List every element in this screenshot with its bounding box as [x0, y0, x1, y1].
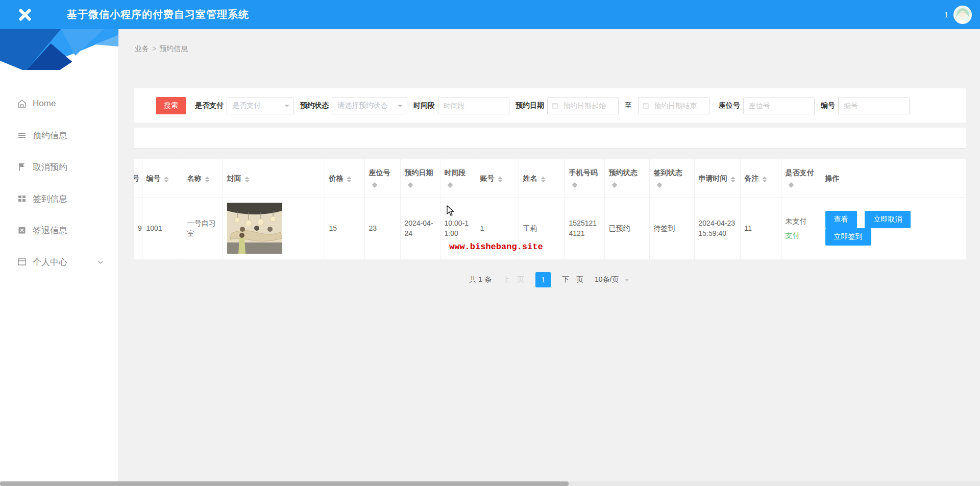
code-input[interactable]	[838, 97, 910, 114]
sort-caret-icon	[205, 175, 210, 183]
pay-filter-label: 是否支付	[195, 101, 224, 110]
sort-caret-icon	[498, 175, 503, 183]
column-timeslot[interactable]: 时间段	[440, 159, 476, 197]
breadcrumb-separator: >	[152, 44, 156, 53]
checkin-now-button[interactable]: 立即签到	[825, 228, 871, 246]
study-room-photo[interactable]	[227, 203, 282, 254]
sidebar-item-checkin[interactable]: 签到信息	[0, 183, 118, 214]
calendar-icon	[552, 103, 558, 109]
sort-caret-icon	[347, 175, 352, 183]
column-remark[interactable]: 备注	[740, 159, 781, 197]
cell-cover	[223, 197, 325, 259]
list-icon	[17, 130, 27, 140]
current-page-button[interactable]: 1	[535, 272, 551, 287]
sidebar-item-label: 签退信息	[33, 225, 67, 236]
sort-caret-icon	[244, 175, 250, 183]
timeslot-input[interactable]	[438, 97, 509, 114]
breadcrumb: 业务>预约信息	[134, 29, 966, 55]
column-checkin-status[interactable]: 签到状态	[649, 159, 694, 197]
cell-reserve-status: 已预约	[604, 197, 649, 259]
cell-actions: 查看 立即取消 立即签到	[821, 197, 966, 259]
date-start-input[interactable]	[547, 97, 619, 114]
column-reserve-status[interactable]: 预约状态	[604, 159, 649, 197]
code-filter-label: 编号	[821, 101, 835, 110]
sort-caret-icon	[372, 180, 377, 188]
user-avatar[interactable]	[953, 6, 972, 24]
pagination: 共 1 条 上一页 1 下一页 10条/页	[134, 272, 966, 287]
cell-person: 王莉	[519, 197, 565, 259]
column-actions: 操作	[821, 159, 966, 197]
calendar-icon	[643, 103, 649, 109]
notification-count: 1	[944, 10, 948, 19]
sidebar-item-label: 签到信息	[33, 193, 67, 205]
horizontal-scrollbar-thumb[interactable]	[0, 481, 569, 486]
column-pay-status[interactable]: 是否支付	[781, 159, 821, 197]
cell-clipped: 9	[134, 197, 142, 259]
date-filter-label: 预约日期	[516, 101, 544, 110]
sort-caret-icon	[730, 175, 736, 183]
sidebar-item-checkout[interactable]: 签退信息	[0, 214, 118, 246]
filter-bar: 搜索 是否支付 是否支付 预约状态 请选择预约状态 时间段 预约日期 至 座位号…	[134, 88, 966, 123]
date-end-input[interactable]	[638, 97, 709, 114]
flag-icon	[17, 162, 27, 172]
column-account[interactable]: 账号	[476, 159, 519, 197]
table-row: 9 1001 一号自习室	[134, 197, 966, 259]
column-name[interactable]: 名称	[183, 159, 223, 197]
x-logo-icon	[18, 8, 31, 21]
cell-code: 1001	[142, 197, 183, 259]
status-filter-label: 预约状态	[300, 101, 329, 110]
seat-input[interactable]	[743, 97, 815, 114]
pay-link[interactable]: 支付	[786, 230, 800, 240]
sort-caret-icon	[164, 175, 169, 183]
column-date[interactable]: 预约日期	[400, 159, 440, 197]
pay-status-text: 未支付	[786, 216, 817, 226]
cell-remark: 11	[740, 197, 781, 259]
sidebar-item-home[interactable]: Home	[0, 88, 118, 119]
page-size-value: 10条/页	[595, 275, 619, 283]
column-cover[interactable]: 封面	[223, 159, 325, 197]
prev-page-button[interactable]: 上一页	[503, 275, 524, 284]
sidebar-item-label: Home	[33, 99, 56, 109]
breadcrumb-section[interactable]: 业务	[135, 44, 149, 53]
column-clipped[interactable]: 号	[134, 159, 142, 197]
column-person[interactable]: 姓名	[519, 159, 565, 197]
pay-select[interactable]: 是否支付	[227, 97, 294, 114]
date-end-field	[638, 97, 709, 114]
menu-toggle-button[interactable]	[0, 0, 48, 29]
sort-caret-icon	[572, 180, 577, 188]
checkout-icon	[17, 225, 27, 235]
select-caret-icon	[624, 279, 629, 284]
column-price[interactable]: 价格	[325, 159, 364, 197]
cancel-now-button[interactable]: 立即取消	[865, 211, 911, 228]
sidebar-item-cancel-reservation[interactable]: 取消预约	[0, 151, 118, 183]
cell-apply-time: 2024-04-23 15:59:40	[694, 197, 740, 259]
sidebar-item-profile[interactable]: 个人中心	[0, 246, 118, 278]
search-button[interactable]: 搜索	[156, 97, 186, 114]
pagination-total: 共 1 条	[469, 275, 492, 284]
next-page-button[interactable]: 下一页	[562, 275, 583, 284]
sidebar-item-label: 预约信息	[33, 130, 67, 141]
seat-filter-label: 座位号	[719, 101, 740, 110]
grid-icon	[17, 193, 27, 204]
select-caret-icon	[398, 105, 403, 110]
home-icon	[17, 99, 27, 109]
status-select[interactable]: 请选择预约状态	[332, 97, 407, 114]
column-apply-time[interactable]: 申请时间	[694, 159, 740, 197]
column-seat[interactable]: 座位号	[364, 159, 400, 197]
cell-account: 1	[476, 197, 519, 259]
sidebar-item-reservations[interactable]: 预约信息	[0, 119, 118, 151]
sidebar-item-label: 取消预约	[33, 161, 67, 173]
column-code[interactable]: 编号	[142, 159, 183, 197]
sidebar-decoration	[0, 29, 118, 70]
view-button[interactable]: 查看	[825, 211, 857, 228]
column-phone[interactable]: 手机号码	[565, 159, 604, 197]
cell-price: 15	[325, 197, 364, 259]
table-toolbar	[134, 128, 966, 149]
breadcrumb-page: 预约信息	[159, 44, 188, 53]
select-caret-icon	[284, 105, 289, 110]
cell-pay-status: 未支付 支付	[781, 197, 821, 259]
cell-phone: 15251214121	[565, 197, 604, 259]
sort-caret-icon	[612, 180, 617, 188]
sort-caret-icon	[448, 180, 453, 188]
page-size-select[interactable]: 10条/页	[595, 275, 630, 284]
